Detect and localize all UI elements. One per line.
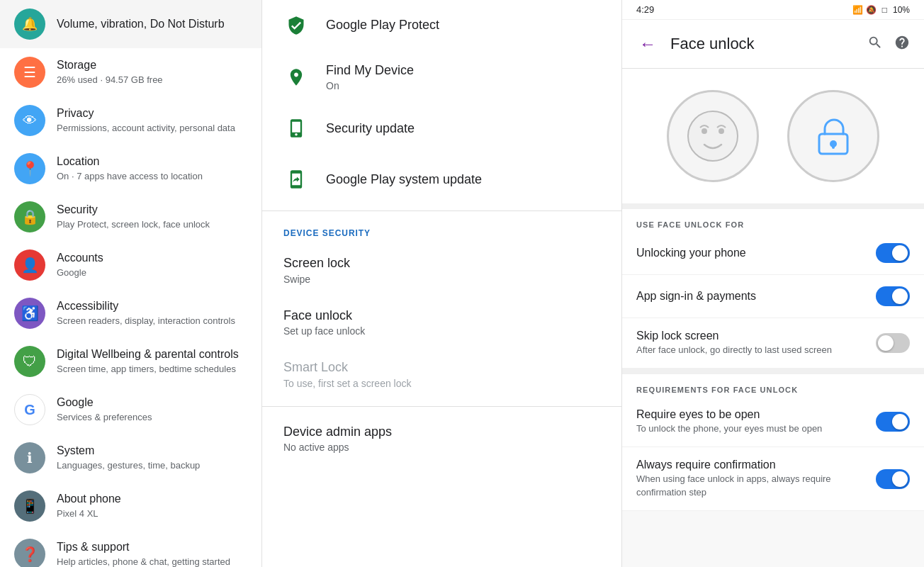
google-icon: G — [14, 394, 45, 425]
sidebar-item-system[interactable]: ℹ System Languages, gestures, time, back… — [0, 434, 261, 482]
smart-lock-subtitle: To use, first set a screen lock — [283, 378, 412, 389]
sidebar-item-security[interactable]: 🔒 Security Play Protect, screen lock, fa… — [0, 193, 261, 241]
requirements-section: REQUIREMENTS FOR FACE UNLOCK Require eye… — [622, 374, 924, 511]
sidebar-storage-title: Storage — [57, 58, 163, 73]
find-my-device-item[interactable]: Find My Device On — [262, 51, 621, 103]
sidebar-accounts-title: Accounts — [57, 251, 103, 266]
unlocking-phone-toggle[interactable] — [876, 243, 910, 263]
sidebar-item-accessibility[interactable]: ♿ Accessibility Screen readers, display,… — [0, 289, 261, 337]
security-icon: 🔒 — [14, 201, 45, 232]
face-unlock-item[interactable]: Face unlock Set up face unlock — [262, 296, 621, 348]
toggle-knob — [892, 245, 908, 261]
search-icon[interactable] — [867, 35, 883, 54]
sidebar-about-phone-title: About phone — [57, 492, 121, 507]
sidebar-item-volume[interactable]: 🔔 Volume, vibration, Do Not Disturb — [0, 0, 261, 48]
skip-lock-screen-row[interactable]: Skip lock screen After face unlock, go d… — [622, 318, 924, 369]
sidebar-item-digital-wellbeing[interactable]: 🛡 Digital Wellbeing & parental controls … — [0, 337, 261, 386]
use-face-unlock-section: USE FACE UNLOCK FOR Unlocking your phone… — [622, 209, 924, 369]
sidebar-item-accounts[interactable]: 👤 Accounts Google — [0, 241, 261, 289]
volume-icon: 🔔 — [14, 9, 45, 40]
toggle-knob-5 — [892, 471, 908, 487]
sidebar-google-subtitle: Services & preferences — [57, 412, 152, 424]
find-my-device-subtitle: On — [326, 80, 414, 91]
sidebar-item-storage[interactable]: ☰ Storage 26% used · 94.57 GB free — [0, 48, 261, 96]
play-protect-icon — [283, 13, 309, 38]
require-eyes-open-toggle[interactable] — [876, 412, 910, 432]
smart-lock-item[interactable]: Smart Lock To use, first set a screen lo… — [262, 348, 621, 400]
sidebar-item-location[interactable]: 📍 Location On · 7 apps have access to lo… — [0, 145, 261, 193]
face-icon-circle — [667, 90, 759, 182]
accessibility-icon: ♿ — [14, 298, 45, 329]
screen-lock-item[interactable]: Screen lock Swipe — [262, 244, 621, 296]
play-system-update-icon — [283, 167, 309, 192]
sidebar-about-phone-subtitle: Pixel 4 XL — [57, 508, 121, 520]
face-unlock-header: ← Face unlock — [622, 20, 924, 69]
requirements-label: REQUIREMENTS FOR FACE UNLOCK — [622, 374, 924, 397]
back-button[interactable]: ← — [636, 31, 659, 57]
always-require-confirmation-toggle[interactable] — [876, 469, 910, 489]
always-require-confirmation-subtitle: When using face unlock in apps, always r… — [636, 473, 864, 498]
sidebar-item-google[interactable]: G Google Services & preferences — [0, 386, 261, 434]
require-eyes-open-subtitle: To unlock the phone, your eyes must be o… — [636, 422, 864, 435]
app-signin-row[interactable]: App sign-in & payments — [622, 275, 924, 318]
face-unlock-title-mid: Face unlock — [283, 308, 365, 324]
screen-lock-title: Screen lock — [283, 255, 350, 271]
storage-icon: ☰ — [14, 57, 45, 88]
smart-lock-title: Smart Lock — [283, 359, 412, 376]
privacy-icon: 👁 — [14, 105, 45, 136]
sidebar-item-privacy[interactable]: 👁 Privacy Permissions, account activity,… — [0, 96, 261, 145]
divider-2 — [262, 406, 621, 407]
help-icon[interactable] — [894, 35, 910, 54]
toggle-knob-4 — [892, 414, 908, 430]
device-admin-apps-title: Device admin apps — [283, 424, 392, 440]
face-unlock-page-title: Face unlock — [670, 35, 755, 53]
face-unlock-panel: 4:29 📶 🔕 □ 10% ← Face unlock — [622, 0, 924, 567]
svg-point-1 — [702, 128, 707, 134]
sidebar-item-about-phone[interactable]: 📱 About phone Pixel 4 XL — [0, 482, 261, 530]
sidebar-location-title: Location — [57, 155, 203, 169]
sidebar-privacy-title: Privacy — [57, 106, 235, 121]
security-update-item[interactable]: Security update — [262, 103, 621, 154]
sidebar-tips-support-subtitle: Help articles, phone & chat, getting sta… — [57, 556, 230, 567]
device-security-label: DEVICE SECURITY — [262, 217, 621, 244]
security-settings-panel: Google Play Protect Find My Device On Se… — [262, 0, 622, 567]
face-illustrations — [622, 69, 924, 203]
sidebar-accessibility-title: Accessibility — [57, 299, 235, 314]
skip-lock-screen-title: Skip lock screen — [636, 330, 864, 342]
sidebar-digital-wellbeing-title: Digital Wellbeing & parental controls — [57, 347, 239, 362]
play-system-update-item[interactable]: Google Play system update — [262, 154, 621, 205]
unlocking-phone-row[interactable]: Unlocking your phone — [622, 232, 924, 275]
screen-lock-subtitle: Swipe — [283, 274, 350, 285]
sidebar-tips-support-title: Tips & support — [57, 540, 230, 555]
section-gap-1 — [622, 203, 924, 209]
require-eyes-open-title: Require eyes to be open — [636, 408, 864, 421]
sidebar-accounts-subtitle: Google — [57, 267, 103, 279]
always-require-confirmation-title: Always require confirmation — [636, 459, 864, 471]
face-unlock-subtitle-mid: Set up face unlock — [283, 325, 365, 337]
always-require-confirmation-row[interactable]: Always require confirmation When using f… — [622, 447, 924, 510]
sidebar-security-subtitle: Play Protect, screen lock, face unlock — [57, 219, 210, 231]
find-my-device-icon — [283, 64, 309, 90]
status-bar: 4:29 📶 🔕 □ 10% — [622, 0, 924, 20]
find-my-device-title: Find My Device — [326, 62, 414, 79]
divider-1 — [262, 210, 621, 211]
tips-support-icon: ❓ — [14, 539, 45, 567]
skip-lock-screen-subtitle: After face unlock, go directly to last u… — [636, 344, 864, 357]
device-admin-apps-item[interactable]: Device admin apps No active apps — [262, 412, 621, 464]
svg-point-2 — [719, 128, 724, 134]
about-phone-icon: 📱 — [14, 490, 45, 522]
section-gap-2 — [622, 369, 924, 374]
sidebar-item-tips-support[interactable]: ❓ Tips & support Help articles, phone & … — [0, 530, 261, 567]
accounts-icon: 👤 — [14, 249, 45, 281]
play-system-update-title: Google Play system update — [326, 172, 482, 188]
status-icons: 📶 🔕 — [852, 5, 876, 15]
svg-rect-5 — [832, 144, 835, 149]
play-protect-title: Google Play Protect — [326, 17, 439, 33]
skip-lock-screen-toggle[interactable] — [876, 333, 910, 353]
app-signin-toggle[interactable] — [876, 286, 910, 306]
require-eyes-open-row[interactable]: Require eyes to be open To unlock the ph… — [622, 397, 924, 447]
security-update-icon — [283, 116, 309, 141]
settings-sidebar: 🔔 Volume, vibration, Do Not Disturb ☰ St… — [0, 0, 262, 567]
use-face-unlock-label: USE FACE UNLOCK FOR — [622, 209, 924, 232]
play-protect-item[interactable]: Google Play Protect — [262, 0, 621, 51]
